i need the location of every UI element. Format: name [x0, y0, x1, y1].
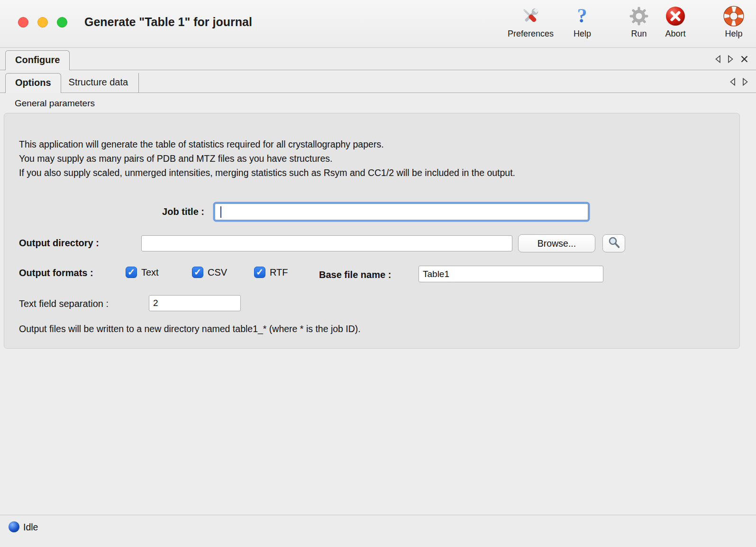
close-window-button[interactable] [18, 17, 28, 28]
abort-button[interactable]: Abort [665, 4, 686, 39]
text-field-separation-input[interactable] [149, 295, 241, 311]
description-line-2: You may supply as many pairs of PDB and … [19, 151, 515, 166]
preferences-label: Preferences [508, 29, 554, 39]
description-text: This application will generate the table… [19, 137, 515, 180]
window-title: Generate "Table 1" for journal [84, 15, 252, 29]
description-line-1: This application will generate the table… [19, 137, 515, 151]
nav-right-icon[interactable] [728, 55, 734, 65]
checkbox-text[interactable]: Text [126, 267, 159, 278]
abort-icon [665, 4, 686, 28]
question-icon: ? [574, 4, 590, 28]
checkbox-rtf[interactable]: RTF [254, 267, 288, 278]
nav-right-icon-2[interactable] [742, 78, 748, 88]
tab-structure-data[interactable]: Structure data [61, 73, 139, 93]
nav-left-icon-2[interactable] [729, 78, 736, 88]
window-controls [18, 17, 67, 28]
description-line-3: If you also supply scaled, unmerged inte… [19, 166, 515, 180]
abort-label: Abort [665, 29, 685, 39]
job-title-input[interactable] [215, 204, 588, 220]
status-indicator-icon [9, 521, 19, 532]
minimize-window-button[interactable] [37, 17, 48, 28]
text-checkbox-box[interactable] [126, 267, 137, 278]
nav-left-icon[interactable] [715, 55, 721, 65]
tools-icon [519, 4, 541, 28]
toolbar: Preferences ? Help [508, 4, 745, 46]
output-directory-input[interactable] [141, 235, 512, 251]
base-file-name-label: Base file name : [319, 269, 391, 280]
rtf-checkbox-label: RTF [270, 267, 288, 278]
status-bar: Idle [0, 515, 756, 547]
general-parameters-label: General parameters [15, 98, 95, 109]
help-button-2[interactable]: Help [723, 4, 745, 39]
close-tab-icon[interactable] [740, 55, 748, 65]
output-formats-label: Output formats : [19, 268, 93, 278]
csv-checkbox-label: CSV [208, 267, 227, 278]
text-checkbox-label: Text [141, 267, 159, 278]
title-bar: Generate "Table 1" for journal [0, 0, 756, 48]
text-caret [220, 206, 221, 218]
text-field-separation-label: Text field separation : [19, 298, 109, 309]
browse-button[interactable]: Browse... [518, 234, 595, 252]
general-parameters-panel: This application will generate the table… [4, 113, 740, 349]
magnifier-icon [607, 235, 621, 251]
checkbox-csv[interactable]: CSV [192, 267, 227, 278]
run-label: Run [631, 29, 647, 39]
output-note: Output files will be written to a new di… [19, 324, 361, 334]
options-tab-strip: Options Structure data [0, 70, 756, 93]
tab-configure[interactable]: Configure [5, 50, 70, 70]
help-label-2: Help [725, 29, 742, 39]
lifering-icon [723, 4, 745, 28]
run-button[interactable]: Run [629, 4, 649, 39]
base-file-name-input[interactable] [419, 266, 603, 282]
preferences-button[interactable]: Preferences [508, 4, 554, 39]
help-label: Help [574, 29, 591, 39]
zoom-window-button[interactable] [57, 17, 67, 28]
search-directory-button[interactable] [602, 234, 625, 252]
job-title-label: Job title : [4, 206, 204, 217]
csv-checkbox-box[interactable] [192, 267, 203, 278]
output-directory-label: Output directory : [19, 238, 99, 249]
configure-tab-strip: Configure [0, 48, 756, 70]
gear-icon [629, 4, 649, 28]
rtf-checkbox-box[interactable] [254, 267, 265, 278]
help-button[interactable]: ? Help [574, 4, 591, 39]
status-text: Idle [23, 522, 38, 533]
tab-options[interactable]: Options [5, 73, 61, 93]
svg-text:?: ? [577, 6, 587, 27]
